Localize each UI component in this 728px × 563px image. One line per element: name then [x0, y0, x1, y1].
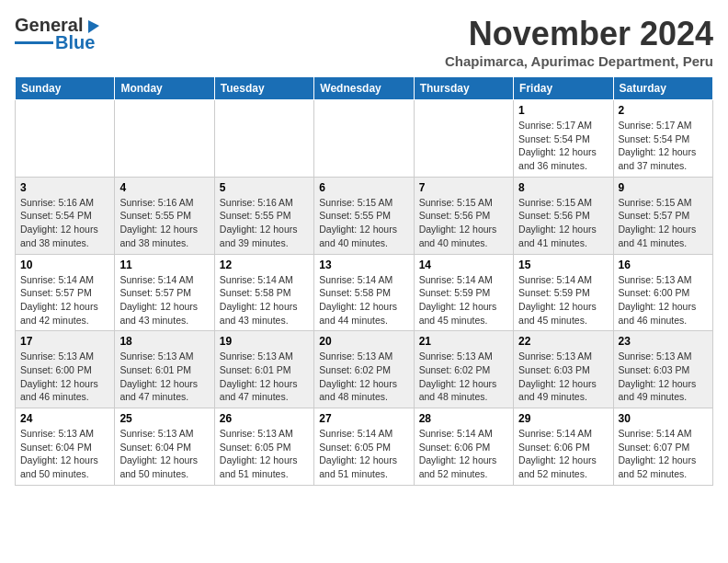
day-number: 12	[220, 259, 309, 271]
day-info: Sunrise: 5:13 AMSunset: 6:00 PMDaylight:…	[619, 273, 708, 327]
weekday-monday: Monday	[115, 77, 214, 100]
calendar-cell: 12Sunrise: 5:14 AMSunset: 5:58 PMDayligh…	[214, 254, 313, 331]
day-info: Sunrise: 5:13 AMSunset: 6:01 PMDaylight:…	[220, 350, 309, 404]
calendar-cell: 19Sunrise: 5:13 AMSunset: 6:01 PMDayligh…	[214, 331, 313, 408]
day-info: Sunrise: 5:15 AMSunset: 5:56 PMDaylight:…	[419, 196, 508, 250]
day-number: 15	[518, 259, 608, 271]
calendar-cell	[314, 100, 414, 178]
day-number: 24	[20, 412, 109, 425]
week-row-3: 10Sunrise: 5:14 AMSunset: 5:57 PMDayligh…	[16, 254, 713, 331]
day-number: 22	[518, 335, 608, 348]
calendar-cell: 22Sunrise: 5:13 AMSunset: 6:03 PMDayligh…	[514, 331, 613, 408]
calendar-body: 1Sunrise: 5:17 AMSunset: 5:54 PMDaylight…	[16, 100, 713, 486]
day-info: Sunrise: 5:16 AMSunset: 5:55 PMDaylight:…	[119, 196, 209, 250]
day-info: Sunrise: 5:13 AMSunset: 6:02 PMDaylight:…	[319, 350, 408, 404]
calendar-cell: 6Sunrise: 5:15 AMSunset: 5:55 PMDaylight…	[314, 177, 414, 254]
day-number: 2	[619, 104, 708, 117]
calendar-cell: 4Sunrise: 5:16 AMSunset: 5:55 PMDaylight…	[115, 177, 214, 254]
weekday-saturday: Saturday	[613, 77, 712, 100]
day-number: 6	[319, 181, 408, 194]
calendar-cell: 17Sunrise: 5:13 AMSunset: 6:00 PMDayligh…	[16, 331, 115, 408]
day-number: 1	[518, 104, 608, 117]
day-info: Sunrise: 5:13 AMSunset: 6:04 PMDaylight:…	[119, 427, 209, 481]
day-info: Sunrise: 5:14 AMSunset: 5:58 PMDaylight:…	[319, 273, 408, 327]
day-info: Sunrise: 5:14 AMSunset: 5:57 PMDaylight:…	[119, 273, 209, 327]
day-number: 21	[419, 335, 508, 348]
weekday-wednesday: Wednesday	[314, 77, 414, 100]
calendar-cell: 15Sunrise: 5:14 AMSunset: 5:59 PMDayligh…	[514, 254, 613, 331]
calendar-cell: 21Sunrise: 5:13 AMSunset: 6:02 PMDayligh…	[414, 331, 513, 408]
calendar-cell: 9Sunrise: 5:15 AMSunset: 5:57 PMDaylight…	[613, 177, 712, 254]
day-number: 4	[119, 181, 209, 194]
week-row-2: 3Sunrise: 5:16 AMSunset: 5:54 PMDaylight…	[16, 177, 713, 254]
page-header: General Blue November 2024 Chapimarca, A…	[15, 15, 713, 69]
calendar-cell	[115, 100, 214, 178]
day-number: 29	[518, 412, 608, 425]
day-number: 11	[119, 259, 209, 271]
calendar-cell	[16, 100, 115, 178]
day-info: Sunrise: 5:15 AMSunset: 5:55 PMDaylight:…	[319, 196, 408, 250]
calendar-cell: 29Sunrise: 5:14 AMSunset: 6:06 PMDayligh…	[514, 408, 613, 486]
day-info: Sunrise: 5:13 AMSunset: 6:00 PMDaylight:…	[20, 350, 109, 404]
day-info: Sunrise: 5:14 AMSunset: 5:59 PMDaylight:…	[518, 273, 608, 327]
title-block: November 2024 Chapimarca, Apurimac Depar…	[445, 15, 713, 69]
day-number: 30	[619, 412, 708, 425]
calendar-cell: 8Sunrise: 5:15 AMSunset: 5:56 PMDaylight…	[514, 177, 613, 254]
day-number: 13	[319, 259, 408, 271]
week-row-4: 17Sunrise: 5:13 AMSunset: 6:00 PMDayligh…	[16, 331, 713, 408]
weekday-thursday: Thursday	[414, 77, 513, 100]
day-number: 16	[619, 259, 708, 271]
day-info: Sunrise: 5:13 AMSunset: 6:04 PMDaylight:…	[20, 427, 109, 481]
calendar-cell: 5Sunrise: 5:16 AMSunset: 5:55 PMDaylight…	[214, 177, 313, 254]
calendar-cell: 25Sunrise: 5:13 AMSunset: 6:04 PMDayligh…	[115, 408, 214, 486]
day-number: 23	[619, 335, 708, 348]
day-info: Sunrise: 5:15 AMSunset: 5:57 PMDaylight:…	[619, 196, 708, 250]
day-number: 27	[319, 412, 408, 425]
calendar-cell	[214, 100, 313, 178]
day-number: 20	[319, 335, 408, 348]
day-number: 9	[619, 181, 708, 194]
calendar-cell: 18Sunrise: 5:13 AMSunset: 6:01 PMDayligh…	[115, 331, 214, 408]
day-info: Sunrise: 5:14 AMSunset: 5:59 PMDaylight:…	[419, 273, 508, 327]
day-number: 25	[119, 412, 209, 425]
day-info: Sunrise: 5:14 AMSunset: 5:58 PMDaylight:…	[220, 273, 309, 327]
weekday-tuesday: Tuesday	[214, 77, 313, 100]
location-subtitle: Chapimarca, Apurimac Department, Peru	[445, 53, 713, 69]
day-info: Sunrise: 5:13 AMSunset: 6:05 PMDaylight:…	[220, 427, 309, 481]
weekday-sunday: Sunday	[16, 77, 115, 100]
calendar-cell: 1Sunrise: 5:17 AMSunset: 5:54 PMDaylight…	[514, 100, 613, 178]
calendar-cell: 7Sunrise: 5:15 AMSunset: 5:56 PMDaylight…	[414, 177, 513, 254]
day-info: Sunrise: 5:17 AMSunset: 5:54 PMDaylight:…	[518, 119, 608, 173]
day-number: 19	[220, 335, 309, 348]
calendar-cell: 14Sunrise: 5:14 AMSunset: 5:59 PMDayligh…	[414, 254, 513, 331]
day-info: Sunrise: 5:17 AMSunset: 5:54 PMDaylight:…	[619, 119, 708, 173]
day-info: Sunrise: 5:15 AMSunset: 5:56 PMDaylight:…	[518, 196, 608, 250]
day-info: Sunrise: 5:16 AMSunset: 5:54 PMDaylight:…	[20, 196, 109, 250]
day-info: Sunrise: 5:14 AMSunset: 6:06 PMDaylight:…	[518, 427, 608, 481]
day-number: 8	[518, 181, 608, 194]
calendar-cell: 23Sunrise: 5:13 AMSunset: 6:03 PMDayligh…	[613, 331, 712, 408]
day-number: 14	[419, 259, 508, 271]
svg-marker-0	[88, 20, 99, 33]
calendar-cell: 20Sunrise: 5:13 AMSunset: 6:02 PMDayligh…	[314, 331, 414, 408]
day-info: Sunrise: 5:13 AMSunset: 6:02 PMDaylight:…	[419, 350, 508, 404]
logo: General Blue	[15, 15, 101, 53]
calendar-cell: 30Sunrise: 5:14 AMSunset: 6:07 PMDayligh…	[613, 408, 712, 486]
calendar-cell: 13Sunrise: 5:14 AMSunset: 5:58 PMDayligh…	[314, 254, 414, 331]
week-row-1: 1Sunrise: 5:17 AMSunset: 5:54 PMDaylight…	[16, 100, 713, 178]
day-info: Sunrise: 5:13 AMSunset: 6:03 PMDaylight:…	[518, 350, 608, 404]
day-number: 3	[20, 181, 109, 194]
calendar-cell: 28Sunrise: 5:14 AMSunset: 6:06 PMDayligh…	[414, 408, 513, 486]
day-number: 26	[220, 412, 309, 425]
calendar-cell	[414, 100, 513, 178]
weekday-friday: Friday	[514, 77, 613, 100]
day-info: Sunrise: 5:13 AMSunset: 6:03 PMDaylight:…	[619, 350, 708, 404]
calendar-cell: 2Sunrise: 5:17 AMSunset: 5:54 PMDaylight…	[613, 100, 712, 178]
week-row-5: 24Sunrise: 5:13 AMSunset: 6:04 PMDayligh…	[16, 408, 713, 486]
day-number: 28	[419, 412, 508, 425]
day-info: Sunrise: 5:13 AMSunset: 6:01 PMDaylight:…	[119, 350, 209, 404]
month-title: November 2024	[445, 15, 713, 53]
calendar-cell: 3Sunrise: 5:16 AMSunset: 5:54 PMDaylight…	[16, 177, 115, 254]
calendar-table: SundayMondayTuesdayWednesdayThursdayFrid…	[15, 76, 713, 486]
calendar-cell: 16Sunrise: 5:13 AMSunset: 6:00 PMDayligh…	[613, 254, 712, 331]
